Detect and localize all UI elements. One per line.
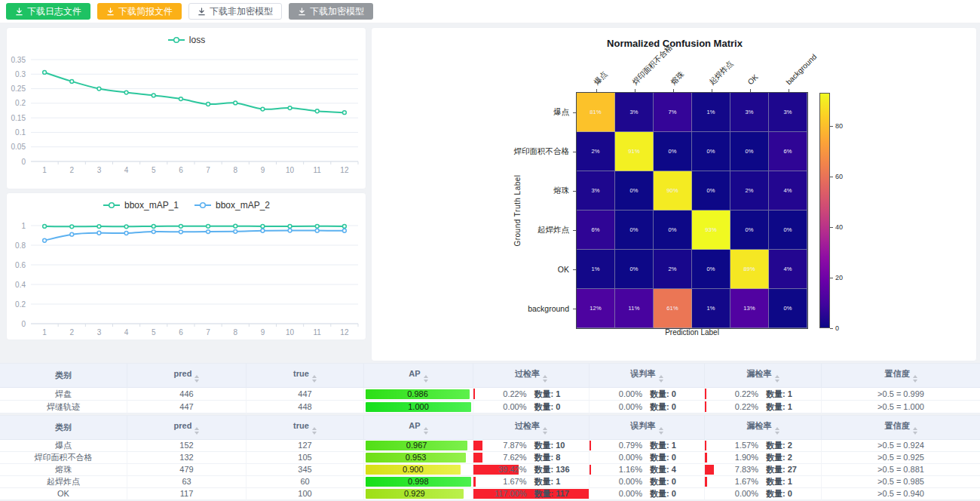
rate-count: 数量: 1 [534, 476, 574, 487]
col-miss-header[interactable]: 漏检率 [705, 364, 822, 388]
rate-count: 数量: 0 [650, 401, 689, 413]
col-pred-header[interactable]: pred [127, 416, 247, 440]
cell-true: 127 [247, 440, 364, 452]
col-pred-header[interactable]: pred [127, 364, 247, 388]
col-header-label: pred [174, 369, 192, 378]
download-encrypted-model-button[interactable]: 下载加密模型 [289, 3, 373, 20]
ap-bar: 0.967 [366, 441, 467, 450]
cell-pred: 132 [127, 452, 247, 464]
rate-cell: 1.90%数量: 2 [705, 452, 821, 463]
cm-cell-value: 1% [706, 305, 715, 312]
cm-cell-value: 0% [783, 305, 792, 312]
cm-cell-value: 7% [668, 109, 676, 115]
cm-cell: 0% [769, 211, 807, 250]
col-true-header[interactable]: true [247, 364, 364, 388]
map-chart-card: bbox_mAP_1bbox_mAP_2 00.20.40.60.8112345… [6, 192, 366, 340]
cm-cell: 90% [654, 171, 692, 211]
cm-row-label: 熔珠 [372, 171, 569, 211]
col-miss-header[interactable]: 漏检率 [705, 416, 822, 440]
rate-count: 数量: 0 [534, 401, 574, 413]
cm-cell-value: 3% [629, 109, 638, 115]
download-log-file-button[interactable]: 下载日志文件 [6, 3, 90, 20]
svg-text:2: 2 [69, 166, 74, 174]
ap-bar: 0.986 [366, 389, 470, 399]
col-over-header[interactable]: 过检率 [473, 416, 590, 440]
svg-text:12: 12 [340, 328, 349, 337]
col-header-label: 置信度 [885, 369, 910, 378]
cell-true: 345 [247, 464, 364, 476]
cm-y-tick [573, 112, 577, 113]
col-over-header[interactable]: 过检率 [473, 364, 590, 388]
rate-percent: 117.00% [489, 488, 527, 499]
download-unencrypted-model-button[interactable]: 下载非加密模型 [188, 3, 282, 20]
cell-class: 焊盘 [0, 388, 127, 401]
col-conf-header[interactable]: 置信度 [822, 364, 980, 388]
svg-text:0.15: 0.15 [11, 114, 26, 122]
ap-bar: 0.900 [366, 465, 461, 475]
rate-count: 数量: 0 [650, 476, 689, 487]
col-cls-header: 类别 [0, 416, 127, 440]
cm-cell: 2% [577, 132, 615, 171]
rate-cell: 7.87%数量: 10 [473, 440, 589, 451]
legend-label: bbox_mAP_1 [124, 200, 179, 211]
rate-count: 数量: 1 [534, 388, 574, 400]
col-conf-header[interactable]: 置信度 [822, 416, 980, 440]
cell-ap: 0.953 [364, 452, 473, 464]
svg-text:3: 3 [97, 328, 102, 337]
rate-cell: 7.83%数量: 27 [705, 464, 821, 475]
rate-percent: 7.62% [489, 452, 527, 463]
svg-text:8: 8 [233, 328, 237, 337]
cm-cell: 7% [654, 93, 692, 132]
cell-pred: 63 [127, 476, 247, 488]
cm-cell: 6% [769, 132, 807, 171]
legend-item-loss[interactable]: loss [167, 35, 205, 45]
svg-text:10: 10 [286, 166, 295, 174]
svg-text:11: 11 [314, 328, 322, 337]
cm-cell-value: 13% [743, 305, 755, 312]
colorbar-tick [830, 278, 833, 278]
table-row: OK1171000.929117.00%数量: 1170.00%数量: 00.0… [0, 488, 980, 500]
rate-cell: 0.00%数量: 0 [590, 452, 704, 463]
legend-item-bbox_mAP_2[interactable]: bbox_mAP_2 [194, 200, 270, 211]
cm-cell-value: 0% [745, 148, 753, 155]
col-true-header[interactable]: true [247, 416, 364, 440]
cm-row-label: 爆点 [372, 93, 569, 132]
cell-pred: 447 [127, 401, 247, 413]
col-ap-header[interactable]: AP [364, 416, 473, 440]
cm-row-label: 起焊炸点 [372, 211, 569, 250]
confusion-matrix-card: Normalized Confusion Matrix 81%3%7%1%3%3… [371, 27, 977, 361]
cm-y-tick [573, 309, 577, 309]
rate-percent: 1.90% [721, 452, 758, 463]
rate-count: 数量: 8 [534, 452, 574, 463]
loss-chart-legend: loss [7, 35, 366, 45]
rate-percent: 0.79% [605, 440, 642, 451]
col-mis-header[interactable]: 误判率 [590, 416, 705, 440]
legend-item-bbox_mAP_1[interactable]: bbox_mAP_1 [103, 200, 179, 211]
colorbar-tick [830, 126, 833, 127]
svg-text:0.25: 0.25 [11, 85, 26, 93]
col-header-label: 误判率 [631, 369, 656, 378]
colorbar-tick-label: 60 [835, 173, 843, 180]
svg-text:9: 9 [261, 328, 265, 337]
rate-count: 数量: 1 [766, 476, 805, 487]
rate-count: 数量: 0 [650, 388, 689, 400]
col-header-label: AP [409, 369, 420, 378]
cm-cell: 61% [654, 289, 692, 328]
col-mis-header[interactable]: 误判率 [590, 364, 705, 388]
sort-icon [659, 375, 663, 383]
col-ap-header[interactable]: AP [364, 364, 473, 388]
cell-confidence: >0.5 = 0.985 [822, 476, 980, 488]
cm-cell: 13% [730, 289, 769, 328]
ap-bar: 0.998 [366, 477, 471, 487]
legend-marker-icon [167, 36, 185, 44]
download-brief-file-button[interactable]: 下载简报文件 [97, 3, 182, 20]
colorbar-tick-label: 40 [835, 223, 843, 231]
cm-cell: 0% [730, 132, 769, 171]
rate-cell: 7.62%数量: 8 [473, 452, 589, 463]
cm-y-tick [573, 230, 577, 231]
cm-col-label: 起焊炸点 [707, 59, 735, 87]
cm-cell: 0% [615, 171, 654, 211]
cm-cell: 12% [577, 289, 615, 328]
cm-cell: 6% [577, 211, 615, 250]
cm-cell: 1% [692, 289, 730, 328]
